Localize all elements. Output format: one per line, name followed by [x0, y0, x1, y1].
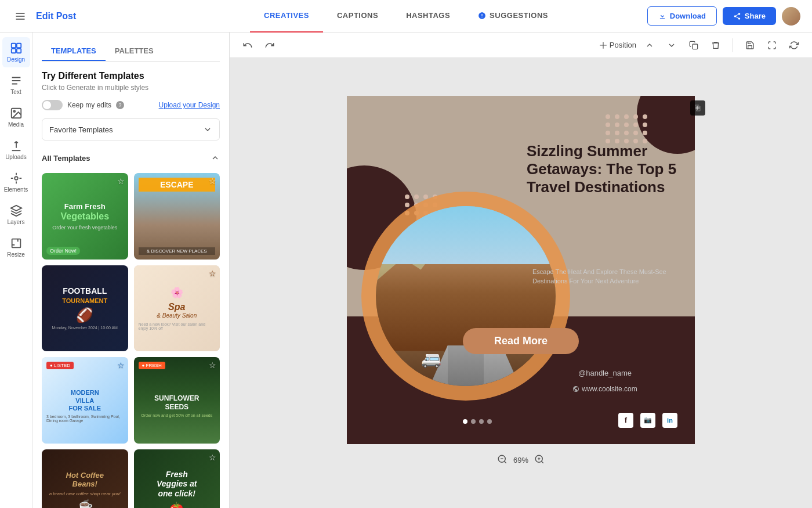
- upload-design-link[interactable]: Upload your Design: [159, 101, 220, 109]
- sidebar-item-text[interactable]: Text: [2, 70, 30, 100]
- hamburger-menu-icon[interactable]: [12, 8, 29, 25]
- star-icon-2[interactable]: ☆: [209, 176, 216, 186]
- refresh-button[interactable]: [785, 37, 803, 54]
- svg-rect-4: [16, 44, 20, 48]
- panel-title: Try Different Templates: [42, 71, 220, 81]
- share-button[interactable]: Share: [723, 7, 776, 25]
- star-icon-5[interactable]: ☆: [117, 361, 125, 370]
- sidebar-resize-label: Resize: [7, 251, 25, 258]
- instagram-icon: 📷: [640, 413, 655, 428]
- keep-edits-info-icon[interactable]: ?: [116, 101, 124, 109]
- keep-edits-toggle[interactable]: [42, 100, 63, 110]
- facebook-icon: f: [618, 413, 633, 428]
- canvas-area: Position: [230, 33, 812, 508]
- top-bar-right: Download Share: [647, 6, 800, 26]
- chevron-down-icon: [203, 125, 212, 134]
- tab-creatives[interactable]: CREATIVES: [250, 0, 323, 33]
- template-card-7[interactable]: Hot CoffeeBeans! a brand new coffee shop…: [42, 449, 128, 509]
- dc-dots-top: [606, 114, 648, 143]
- save-button[interactable]: [741, 37, 759, 54]
- templates-panel: TEMPLATES PALETTES Try Different Templat…: [32, 33, 230, 508]
- sidebar-elements-label: Elements: [4, 186, 28, 193]
- globe-icon: [572, 385, 579, 392]
- sidebar-item-design[interactable]: Design: [2, 37, 30, 67]
- sidebar-item-uploads[interactable]: Uploads: [2, 135, 30, 165]
- star-icon-1[interactable]: ☆: [117, 176, 125, 186]
- tab-hashtags[interactable]: HASHTAGS: [392, 0, 464, 33]
- sidebar-item-elements[interactable]: Elements: [2, 167, 30, 197]
- edit-post-title: Edit Post: [36, 11, 76, 21]
- undo-button[interactable]: [239, 37, 256, 54]
- star-icon-6[interactable]: ☆: [209, 361, 216, 370]
- template-card-1[interactable]: Farm FreshVegetables Order Your fresh ve…: [42, 173, 128, 260]
- position-label[interactable]: Position: [599, 41, 636, 49]
- sidebar-design-label: Design: [7, 56, 25, 63]
- tab-palettes[interactable]: PALETTES: [106, 42, 163, 61]
- canvas-toolbar: Position: [230, 33, 812, 58]
- share-label: Share: [745, 12, 766, 20]
- sidebar-item-resize[interactable]: Resize: [2, 232, 30, 262]
- svg-rect-10: [12, 239, 20, 248]
- canvas-add-button[interactable]: [690, 100, 705, 116]
- tab-templates[interactable]: TEMPLATES: [42, 42, 106, 61]
- zoom-bar: 69%: [497, 450, 545, 471]
- top-bar: Edit Post CREATIVES CAPTIONS HASHTAGS SU…: [0, 0, 812, 33]
- keep-edits-row: Keep my edits ? Upload your Design: [42, 100, 220, 110]
- move-down-button[interactable]: [663, 37, 680, 54]
- linkedin-icon: in: [662, 413, 677, 428]
- svg-rect-11: [693, 44, 698, 49]
- design-card: Sizzling Summer Getaways: The Top 5 Trav…: [347, 96, 695, 444]
- sidebar-media-label: Media: [8, 121, 24, 128]
- svg-point-8: [13, 110, 15, 112]
- top-bar-left: Edit Post: [12, 8, 76, 25]
- dc-socials: f 📷 in: [618, 413, 677, 428]
- template-card-6[interactable]: ● FRESH SUNFLOWERSEEDS Order now and get…: [134, 357, 220, 444]
- tab-suggestions[interactable]: SUGGESTIONS: [464, 0, 562, 33]
- move-up-button[interactable]: [641, 37, 658, 54]
- fullscreen-button[interactable]: [763, 37, 781, 54]
- dc-website: www.coolsite.com: [532, 385, 677, 393]
- svg-rect-3: [11, 44, 15, 48]
- zoom-in-button[interactable]: [534, 454, 545, 467]
- star-icon-8[interactable]: ☆: [209, 453, 216, 462]
- redo-button[interactable]: [261, 37, 278, 54]
- dc-handle: @handle_name: [532, 369, 677, 377]
- download-label: Download: [670, 12, 706, 20]
- template-card-4[interactable]: 🌸 Spa & Beauty Salon Need a new look? Vi…: [134, 265, 220, 352]
- svg-point-9: [14, 176, 18, 180]
- all-templates-label: All Templates: [42, 154, 90, 163]
- favorite-templates-dropdown[interactable]: Favorite Templates: [42, 118, 220, 140]
- template-card-3[interactable]: FOOTBALL TOURNAMENT 🏈 Monday, November 2…: [42, 265, 128, 352]
- sidebar-uploads-label: Uploads: [5, 154, 27, 160]
- icon-sidebar: Design Text Media Uploads Elements Layer…: [0, 33, 32, 508]
- delete-button[interactable]: [707, 37, 724, 54]
- svg-rect-5: [11, 49, 15, 53]
- star-icon-4[interactable]: ☆: [209, 269, 216, 278]
- main-layout: Design Text Media Uploads Elements Layer…: [0, 33, 812, 508]
- position-text: Position: [610, 41, 636, 49]
- keep-edits-label: Keep my edits: [67, 101, 111, 109]
- dc-website-text: www.coolsite.com: [582, 385, 637, 393]
- duplicate-button[interactable]: [685, 37, 702, 54]
- sidebar-layers-label: Layers: [7, 219, 24, 225]
- all-templates-row: All Templates: [42, 149, 220, 167]
- chevron-up-icon[interactable]: [211, 153, 220, 163]
- sidebar-text-label: Text: [10, 89, 21, 95]
- sidebar-item-layers[interactable]: Layers: [2, 200, 30, 230]
- dc-photo: 🚐: [376, 206, 556, 386]
- zoom-out-button[interactable]: [497, 454, 507, 467]
- tab-captions[interactable]: CAPTIONS: [323, 0, 392, 33]
- zoom-level: 69%: [513, 456, 528, 464]
- top-bar-nav: CREATIVES CAPTIONS HASHTAGS SUGGESTIONS: [250, 0, 562, 33]
- dc-cta-button[interactable]: Read More: [463, 328, 579, 354]
- template-card-8[interactable]: FreshVeggies atone click! 🍅 ☆: [134, 449, 220, 509]
- avatar[interactable]: [782, 7, 800, 26]
- favorite-templates-label: Favorite Templates: [49, 125, 113, 134]
- sidebar-item-media[interactable]: Media: [2, 102, 30, 132]
- template-card-5[interactable]: ● LISTED MODERNVILLAFOR SALE 3 bedroom, …: [42, 357, 128, 444]
- dc-dots-bottom: [463, 419, 492, 424]
- canvas-content: Sizzling Summer Getaways: The Top 5 Trav…: [230, 58, 812, 508]
- svg-rect-6: [16, 49, 20, 53]
- download-button[interactable]: Download: [647, 6, 717, 26]
- template-card-2[interactable]: ESCAPE & DISCOVER NEW PLACES ☆: [134, 173, 220, 260]
